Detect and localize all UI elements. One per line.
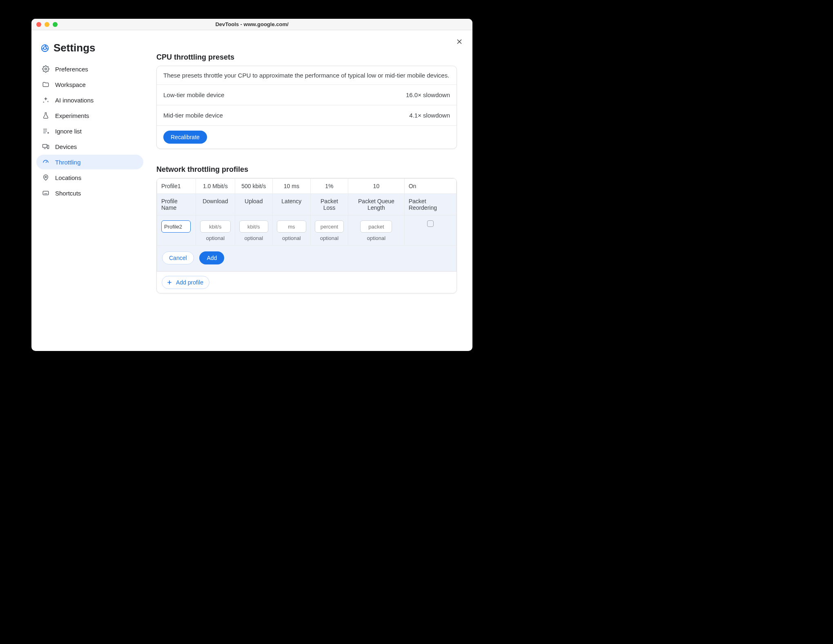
cell-queue-length: 10 [348,179,405,194]
col-packet-loss: Packet Loss [310,194,348,215]
add-profile-button[interactable]: Add profile [162,276,209,289]
optional-hint: optional [200,235,231,241]
window-title: DevTools - www.google.com/ [31,21,472,27]
sidebar-item-ai-innovations[interactable]: AI innovations [36,93,143,107]
svg-rect-6 [43,191,49,195]
flask-icon [42,112,49,119]
download-input[interactable] [200,220,231,233]
devices-icon [42,143,49,150]
svg-rect-3 [43,144,47,148]
packet-loss-input[interactable] [315,220,344,233]
network-profiles-heading: Network throttling profiles [156,165,461,174]
optional-hint: optional [277,235,306,241]
sidebar-item-devices[interactable]: Devices [36,139,143,154]
sidebar-item-label: Preferences [55,66,88,73]
profile-name-input[interactable] [161,220,191,233]
sidebar-item-label: AI innovations [55,97,94,104]
cpu-preset-value: 4.1× slowdown [409,112,450,119]
sidebar-item-label: Shortcuts [55,190,81,197]
table-row: Profile1 1.0 Mbit/s 500 kbit/s 10 ms 1% … [157,179,457,194]
close-settings-button[interactable] [455,38,463,46]
table-header-row: Profile Name Download Upload Latency Pac… [157,194,457,215]
sidebar-item-workspace[interactable]: Workspace [36,77,143,92]
sidebar-item-label: Experiments [55,112,89,119]
svg-rect-4 [47,145,49,149]
close-icon [455,38,463,46]
network-profiles-table: Profile1 1.0 Mbit/s 500 kbit/s 10 ms 1% … [157,178,457,271]
cpu-presets-heading: CPU throttling presets [156,53,461,62]
new-profile-form-row: optional optional optional optional opti… [157,215,457,246]
devtools-settings-window: DevTools - www.google.com/ Settings Pref… [31,19,472,351]
sidebar-item-label: Locations [55,174,81,181]
cpu-preset-name: Mid-tier mobile device [163,112,223,119]
cell-packet-loss: 1% [310,179,348,194]
sidebar-item-label: Workspace [55,81,86,88]
cpu-preset-value: 16.0× slowdown [406,91,450,98]
latency-input[interactable] [277,220,306,233]
svg-point-0 [42,44,49,51]
network-profiles-card: Profile1 1.0 Mbit/s 500 kbit/s 10 ms 1% … [156,178,457,293]
cell-reordering: On [404,179,456,194]
keyboard-icon [42,189,49,197]
queue-length-input[interactable] [360,220,392,233]
sidebar-item-label: Devices [55,143,77,150]
chromium-logo-icon [40,44,49,53]
cell-upload: 500 kbit/s [235,179,272,194]
form-actions-row: Cancel Add [157,246,457,271]
col-queue-length: Packet Queue Length [348,194,405,215]
settings-nav: Preferences Workspace AI innovations Exp… [36,62,151,200]
cell-download: 1.0 Mbit/s [196,179,235,194]
col-profile-name: Profile Name [157,194,196,215]
sidebar-item-ignore-list[interactable]: Ignore list [36,124,143,138]
reordering-checkbox[interactable] [427,220,434,227]
sidebar-item-preferences[interactable]: Preferences [36,62,143,76]
cancel-button[interactable]: Cancel [162,251,194,264]
pin-icon [42,174,49,181]
cell-profile-name: Profile1 [157,179,196,194]
plus-icon [166,279,173,286]
settings-header: Settings [36,37,151,62]
col-upload: Upload [235,194,272,215]
page-title: Settings [53,42,96,54]
svg-point-2 [45,68,47,70]
recalibrate-button[interactable]: Recalibrate [163,131,207,144]
add-profile-label: Add profile [176,279,203,286]
cell-latency: 10 ms [272,179,310,194]
cpu-presets-description: These presets throttle your CPU to appro… [157,66,457,85]
titlebar: DevTools - www.google.com/ [31,19,472,30]
cpu-preset-name: Low-tier mobile device [163,91,224,98]
list-x-icon [42,127,49,135]
sidebar-item-label: Throttling [55,159,81,166]
settings-sidebar: Settings Preferences Workspace AI innova… [31,30,151,351]
col-reordering: Packet Reordering [404,194,456,215]
sidebar-item-experiments[interactable]: Experiments [36,108,143,123]
sidebar-item-locations[interactable]: Locations [36,170,143,185]
col-latency: Latency [272,194,310,215]
svg-point-5 [45,176,47,178]
gauge-icon [42,158,49,166]
maximize-window-button[interactable] [53,22,58,27]
optional-hint: optional [239,235,268,241]
sidebar-item-shortcuts[interactable]: Shortcuts [36,186,143,200]
traffic-lights [31,22,58,27]
gear-icon [42,65,49,73]
optional-hint: optional [352,235,400,241]
folder-icon [42,81,49,88]
upload-input[interactable] [239,220,268,233]
sparkle-icon [42,96,49,104]
cpu-preset-row: Low-tier mobile device 16.0× slowdown [157,85,457,105]
cpu-preset-row: Mid-tier mobile device 4.1× slowdown [157,105,457,126]
minimize-window-button[interactable] [45,22,49,27]
add-button[interactable]: Add [199,251,224,264]
sidebar-item-throttling[interactable]: Throttling [36,155,143,169]
col-download: Download [196,194,235,215]
cpu-presets-card: These presets throttle your CPU to appro… [156,66,457,149]
settings-main: CPU throttling presets These presets thr… [151,30,472,351]
sidebar-item-label: Ignore list [55,128,82,135]
close-window-button[interactable] [36,22,41,27]
optional-hint: optional [315,235,344,241]
